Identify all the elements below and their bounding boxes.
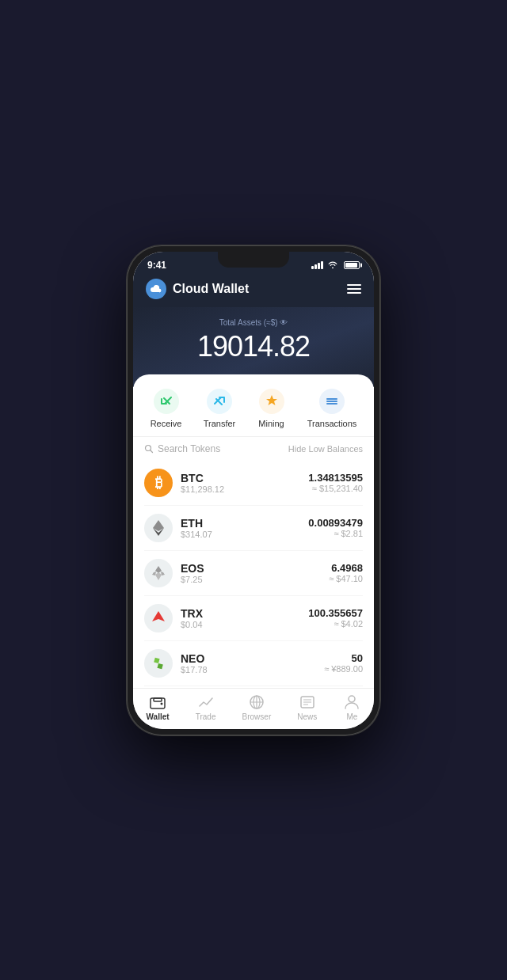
nav-item-trade[interactable]: Trade (196, 693, 216, 721)
app-header: Cloud Wallet (133, 274, 374, 307)
mining-icon (257, 387, 286, 416)
receive-label: Receive (151, 419, 182, 428)
transactions-button[interactable]: Transactions (307, 387, 357, 428)
token-usd: ≈ $2.81 (308, 529, 363, 538)
token-amount: 1.34813595 (308, 472, 363, 484)
total-value: 19014.82 (146, 330, 361, 363)
svg-line-8 (151, 450, 153, 452)
menu-button[interactable] (347, 284, 361, 294)
token-info-eos: EOS $7.25 (181, 562, 329, 584)
token-row-trx[interactable]: TRX $0.04 100.355657 ≈ $4.02 (144, 596, 363, 641)
transactions-label: Transactions (307, 419, 357, 428)
nav-icon-news (299, 693, 316, 711)
status-time: 9:41 (147, 260, 166, 271)
notch (218, 252, 289, 268)
token-usd: ≈ $47.10 (329, 574, 363, 583)
battery-icon (344, 261, 360, 269)
token-balance-btc: 1.34813595 ≈ $15,231.40 (308, 472, 363, 493)
status-icons (311, 260, 360, 270)
nav-icon-wallet (149, 693, 166, 711)
token-symbol: BTC (181, 472, 308, 484)
search-input-wrap[interactable]: Search Tokens (144, 443, 220, 454)
action-buttons: Receive Transfer (133, 374, 374, 437)
token-info-trx: TRX $0.04 (181, 607, 308, 629)
token-price: $314.07 (181, 530, 308, 539)
token-row-neo[interactable]: NEO $17.78 50 ≈ ¥889.00 (144, 641, 363, 686)
token-amount: 6.4968 (329, 562, 363, 574)
hide-low-balances[interactable]: Hide Low Balances (288, 444, 363, 454)
token-balance-neo: 50 ≈ ¥889.00 (324, 652, 363, 674)
total-assets-label: Total Assets (≈$) 👁 (146, 318, 361, 327)
token-usd: ≈ $4.02 (308, 619, 363, 629)
token-symbol: ETH (181, 517, 308, 530)
logo-circle (146, 279, 166, 299)
receive-button[interactable]: Receive (151, 387, 182, 428)
nav-icon-trade (197, 693, 215, 711)
svg-point-35 (349, 696, 355, 702)
mining-button[interactable]: Mining (257, 387, 286, 428)
signal-icon (311, 261, 323, 269)
token-price: $7.25 (181, 575, 329, 584)
token-amount: 100.355657 (308, 607, 363, 619)
phone-screen: 9:41 (133, 252, 374, 729)
bottom-nav: Wallet Trade Browser News Me (133, 688, 374, 729)
nav-icon-browser (248, 693, 265, 711)
token-icon-trx (144, 604, 173, 632)
token-price: $0.04 (181, 620, 308, 629)
token-balance-eos: 6.4968 ≈ $47.10 (329, 562, 363, 583)
token-icon-eth (144, 514, 173, 542)
token-row-btc[interactable]: ₿ BTC $11,298.12 1.34813595 ≈ $15,231.40 (144, 461, 363, 506)
nav-item-news[interactable]: News (297, 693, 317, 721)
token-row-eos[interactable]: EOS $7.25 6.4968 ≈ $47.10 (144, 551, 363, 596)
main-card: Receive Transfer (133, 374, 374, 688)
token-usd: ≈ $15,231.40 (308, 484, 363, 493)
token-balance-eth: 0.00893479 ≈ $2.81 (308, 517, 363, 538)
nav-item-me[interactable]: Me (343, 693, 360, 721)
app-title: Cloud Wallet (173, 282, 249, 296)
wifi-icon (328, 260, 337, 270)
svg-text:₿: ₿ (155, 475, 162, 491)
token-balance-trx: 100.355657 ≈ $4.02 (308, 607, 363, 629)
token-symbol: EOS (181, 562, 329, 575)
transfer-icon (205, 387, 234, 416)
token-info-eth: ETH $314.07 (181, 517, 308, 539)
svg-rect-25 (154, 698, 162, 701)
search-row: Search Tokens Hide Low Balances (133, 437, 374, 461)
token-icon-neo (144, 649, 173, 678)
token-list: ₿ BTC $11,298.12 1.34813595 ≈ $15,231.40… (133, 461, 374, 688)
token-amount: 0.00893479 (308, 517, 363, 529)
search-icon (144, 444, 154, 454)
nav-label-wallet: Wallet (147, 712, 170, 721)
token-symbol: TRX (181, 607, 308, 620)
token-row-eth[interactable]: ETH $314.07 0.00893479 ≈ $2.81 (144, 506, 363, 551)
search-placeholder: Search Tokens (158, 443, 220, 454)
token-icon-eos (144, 559, 173, 587)
phone-frame: 9:41 (127, 245, 380, 735)
token-amount: 50 (324, 652, 363, 664)
cloud-logo-icon (151, 285, 162, 293)
token-price: $17.78 (181, 665, 324, 674)
nav-icon-me (343, 693, 360, 711)
nav-item-browser[interactable]: Browser (242, 693, 272, 721)
nav-label-me: Me (346, 712, 357, 721)
transfer-label: Transfer (204, 419, 236, 428)
receive-icon (152, 387, 181, 416)
token-info-btc: BTC $11,298.12 (181, 472, 308, 494)
token-price: $11,298.12 (181, 484, 308, 494)
transactions-icon (318, 387, 346, 416)
nav-label-trade: Trade (196, 712, 216, 721)
token-icon-btc: ₿ (144, 469, 173, 497)
nav-label-browser: Browser (242, 712, 272, 721)
svg-point-26 (161, 702, 163, 705)
token-usd: ≈ ¥889.00 (324, 664, 363, 674)
mining-label: Mining (258, 419, 284, 428)
app-logo: Cloud Wallet (146, 279, 249, 299)
nav-label-news: News (297, 712, 317, 721)
nav-item-wallet[interactable]: Wallet (147, 693, 170, 721)
transfer-button[interactable]: Transfer (204, 387, 236, 428)
token-info-neo: NEO $17.78 (181, 652, 324, 674)
token-symbol: NEO (181, 652, 324, 665)
